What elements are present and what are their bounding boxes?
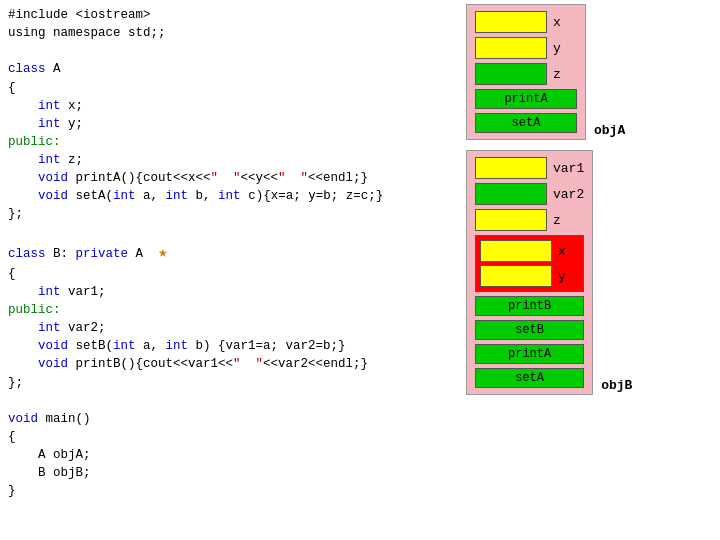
code-line-5: { — [8, 79, 452, 97]
objb-inherited-y — [480, 265, 552, 287]
obja-method-printa[interactable]: printA — [475, 89, 577, 109]
objb-inherited-x — [480, 240, 552, 262]
code-line-2: using namespace std;; — [8, 24, 452, 42]
objb-inherited-y-row: y — [480, 265, 579, 287]
code-line-4: class A — [8, 60, 452, 78]
objb-field-var1-row: var1 — [475, 157, 584, 179]
obja-field-x-row: x — [475, 11, 577, 33]
objb-inherited-box: x y — [475, 235, 584, 292]
code-line-14: class B: private A ★ — [8, 242, 452, 265]
obja-field-x-label: x — [553, 15, 561, 30]
objb-method-seta[interactable]: setA — [475, 368, 584, 388]
code-line-12: }; — [8, 205, 452, 223]
code-line-3 — [8, 42, 452, 60]
code-line-15: { — [8, 265, 452, 283]
code-line-24: { — [8, 428, 452, 446]
objb-field-var2-label: var2 — [553, 187, 584, 202]
obja-field-y — [475, 37, 547, 59]
code-line-19: void setB(int a, int b) {var1=a; var2=b;… — [8, 337, 452, 355]
code-line-1: #include <iostream> — [8, 6, 452, 24]
code-line-26: B objB; — [8, 464, 452, 482]
obja-field-z — [475, 63, 547, 85]
objb-field-var2 — [475, 183, 547, 205]
code-line-10: void printA(){cout<<x<<" "<<y<<" "<<endl… — [8, 169, 452, 187]
obja-field-y-label: y — [553, 41, 561, 56]
objb-method-printa[interactable]: printA — [475, 344, 584, 364]
code-line-13 — [8, 224, 452, 242]
objb-field-z-row: z — [475, 209, 584, 231]
code-line-16: int var1; — [8, 283, 452, 301]
obja-field-z-row: z — [475, 63, 577, 85]
code-line-9: int z; — [8, 151, 452, 169]
code-line-27: } — [8, 482, 452, 500]
obja-container: x y z printA setA objA — [466, 4, 625, 140]
code-panel: #include <iostream> using namespace std;… — [0, 0, 460, 540]
objb-inherited-y-label: y — [558, 269, 566, 284]
obja-field-x — [475, 11, 547, 33]
code-line-20: void printB(){cout<<var1<<" "<<var2<<end… — [8, 355, 452, 373]
diagram-panel: x y z printA setA objA var1 — [460, 0, 720, 540]
code-line-17: public: — [8, 301, 452, 319]
code-line-25: A objA; — [8, 446, 452, 464]
objb-field-var2-row: var2 — [475, 183, 584, 205]
code-line-7: int y; — [8, 115, 452, 133]
obja-method-seta[interactable]: setA — [475, 113, 577, 133]
code-line-11: void setA(int a, int b, int c){x=a; y=b;… — [8, 187, 452, 205]
code-line-18: int var2; — [8, 319, 452, 337]
objb-method-setb[interactable]: setB — [475, 320, 584, 340]
objb-field-var1-label: var1 — [553, 161, 584, 176]
code-line-8: public: — [8, 133, 452, 151]
objb-label: objB — [601, 378, 632, 393]
objb-field-z-label: z — [553, 213, 561, 228]
code-line-21: }; — [8, 374, 452, 392]
objb-inherited-x-label: x — [558, 244, 566, 259]
objb-inherited-x-row: x — [480, 240, 579, 262]
code-line-6: int x; — [8, 97, 452, 115]
obja-field-y-row: y — [475, 37, 577, 59]
code-line-23: void main() — [8, 410, 452, 428]
code-line-22 — [8, 392, 452, 410]
obja-box: x y z printA setA — [466, 4, 586, 140]
objb-field-z — [475, 209, 547, 231]
obja-field-z-label: z — [553, 67, 561, 82]
obja-label: objA — [594, 123, 625, 138]
objb-box: var1 var2 z x y — [466, 150, 593, 395]
objb-method-printb[interactable]: printB — [475, 296, 584, 316]
objb-field-var1 — [475, 157, 547, 179]
objb-container: var1 var2 z x y — [466, 150, 632, 395]
